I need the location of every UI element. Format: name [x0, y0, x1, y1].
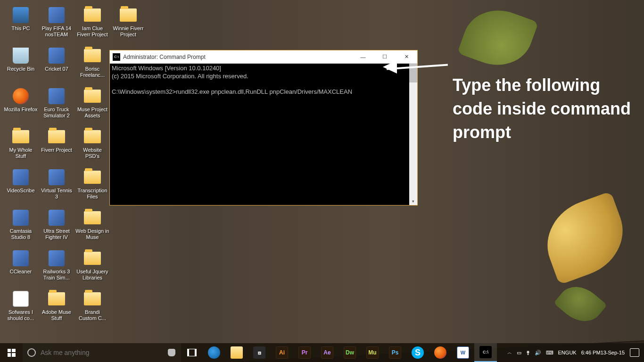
taskbar-illustrator-button[interactable]: Ai: [271, 343, 293, 362]
desktop-icon[interactable]: Borisc Freelanc...: [74, 43, 110, 84]
taskbar-dreamweaver-button[interactable]: Dw: [339, 343, 361, 362]
taskbar-store-button[interactable]: ⧈: [248, 343, 271, 362]
clock[interactable]: 6:46 PM13-Sep-15: [579, 343, 627, 362]
desktop-icon-label: My Whole Stuff: [4, 147, 38, 159]
premiere-icon: Pr: [298, 346, 311, 359]
exe-icon: [47, 87, 66, 106]
desktop-icon[interactable]: This PC: [3, 3, 39, 43]
desktop-icon[interactable]: My Whole Stuff: [3, 124, 39, 165]
folder-icon: [83, 168, 102, 187]
taskbar-photoshop-button[interactable]: Ps: [384, 343, 406, 362]
tray-overflow-button[interactable]: ︿: [505, 343, 514, 362]
taskbar-word-button[interactable]: W: [452, 343, 474, 362]
desktop-icon[interactable]: Fiverr Project: [39, 124, 74, 165]
desktop-icon[interactable]: Play FIFA 14 nosTEAM: [39, 3, 74, 43]
desktop-icon[interactable]: Winnie Fiverr Project: [110, 3, 146, 43]
volume-icon[interactable]: 🔊: [532, 343, 544, 362]
desktop-icon[interactable]: Adobe Muse Stuff: [39, 287, 74, 327]
task-view-button[interactable]: [181, 343, 203, 362]
desktop-icon[interactable]: Web Design in Muse: [74, 206, 110, 246]
taskbar-after-effects-button[interactable]: Ae: [316, 343, 339, 362]
cortana-search[interactable]: [23, 343, 181, 362]
desktop-icon[interactable]: CCleaner: [3, 246, 39, 287]
skype-icon: S: [412, 346, 424, 359]
desktop-icon-label: Railworks 3 Train Sim...: [40, 269, 74, 281]
illustrator-icon: Ai: [276, 346, 288, 359]
desktop-icon-label: Adobe Muse Stuff: [40, 309, 74, 321]
after-effects-icon: Ae: [321, 346, 333, 359]
desktop-icon[interactable]: VideoScribe: [3, 165, 39, 206]
command-prompt-window[interactable]: C:\ Administrator: Command Prompt — ☐ ✕ …: [109, 50, 418, 206]
desktop-icon[interactable]: Mozilla Firefox: [3, 84, 39, 124]
desktop-icon[interactable]: Useful Jquery Libraries: [74, 246, 110, 287]
desktop-icon[interactable]: Virtual Tennis 3: [39, 165, 74, 206]
console-command: rundll32.exe pnpclean.dll,RunDLL pnpClea…: [176, 88, 352, 95]
close-button[interactable]: ✕: [396, 50, 417, 63]
desktop-icon[interactable]: Camtasia Studio 8: [3, 206, 39, 246]
network-icon[interactable]: ⚵: [524, 343, 532, 362]
cmd-icon: C:\: [113, 53, 120, 61]
desktop-icon-label: CCleaner: [10, 269, 32, 275]
exe-icon: [11, 249, 30, 268]
exe-icon: [47, 249, 66, 268]
folder-icon: [11, 127, 30, 146]
command-prompt-icon: C:\: [479, 346, 492, 358]
windows-logo-icon: [8, 349, 16, 357]
desktop-icon[interactable]: Website PSD's: [74, 124, 110, 165]
scrollbar[interactable]: ▾: [409, 64, 417, 205]
language-indicator[interactable]: ENGUK: [556, 343, 579, 362]
exe-icon: [47, 168, 66, 187]
file-explorer-icon: [231, 346, 243, 359]
desktop-icon-label: Muse Project Assets: [75, 107, 109, 119]
desktop-icon[interactable]: Ultra Street Fighter IV: [39, 206, 74, 246]
desktop-icon-label: Sofwares I should co...: [4, 309, 38, 321]
photoshop-icon: Ps: [389, 346, 401, 359]
system-tray: ︿ ▭ ⚵ 🔊 ⌨ ENGUK 6:46 PM13-Sep-15: [505, 343, 644, 362]
desktop-icon[interactable]: Muse Project Assets: [74, 84, 110, 124]
desktop-icon[interactable]: Railworks 3 Train Sim...: [39, 246, 74, 287]
desktop-icon[interactable]: Sofwares I should co...: [3, 287, 39, 327]
folder-icon: [83, 46, 102, 65]
taskbar-skype-button[interactable]: S: [406, 343, 429, 362]
desktop-icon[interactable]: Transcription Files: [74, 165, 110, 206]
desktop-icon-label: Iam Clue Fiverr Project: [75, 25, 109, 38]
action-center-icon[interactable]: [630, 348, 639, 357]
desktop-icon[interactable]: Iam Clue Fiverr Project: [74, 3, 110, 43]
taskbar-firefox-button[interactable]: [429, 343, 452, 362]
start-button[interactable]: [0, 343, 23, 362]
folder-icon: [47, 127, 66, 146]
window-titlebar[interactable]: C:\ Administrator: Command Prompt — ☐ ✕: [110, 50, 417, 64]
search-input[interactable]: [41, 349, 165, 356]
minimize-button[interactable]: —: [352, 50, 374, 63]
desktop-icon-label: Borisc Freelanc...: [75, 66, 109, 78]
taskbar-command-prompt-button[interactable]: C:\: [474, 343, 497, 362]
battery-icon[interactable]: ▭: [514, 343, 524, 362]
taskbar-muse-button[interactable]: Mu: [361, 343, 384, 362]
desktop-icon-label: Fiverr Project: [41, 147, 72, 153]
desktop-icon-label: Winnie Fiverr Project: [111, 25, 145, 38]
thispc-icon: [11, 6, 30, 25]
desktop-icon[interactable]: Euro Truck Simulator 2: [39, 84, 74, 124]
task-view-icon: [187, 349, 197, 356]
microphone-icon[interactable]: [168, 349, 175, 356]
desktop-icon-label: Mozilla Firefox: [4, 107, 38, 113]
edge-icon: [208, 346, 220, 359]
keyboard-icon[interactable]: ⌨: [544, 343, 556, 362]
folder-icon: [83, 127, 102, 146]
desktop-icon-label: Play FIFA 14 nosTEAM: [40, 25, 74, 38]
desktop-icon-label: This PC: [11, 25, 30, 32]
desktop-icon[interactable]: Cricket 07: [39, 43, 74, 84]
desktop-icon[interactable]: Brandi Custom C...: [74, 287, 110, 327]
dreamweaver-icon: Dw: [344, 346, 356, 359]
folder-icon: [83, 208, 102, 227]
desktop-icon-label: Brandi Custom C...: [75, 309, 109, 321]
exe-icon: [11, 168, 30, 187]
scrollbar-down[interactable]: ▾: [409, 197, 417, 205]
taskbar-file-explorer-button[interactable]: [225, 343, 248, 362]
desktop-icon[interactable]: Recycle Bin: [3, 43, 39, 84]
taskbar-edge-button[interactable]: [203, 343, 225, 362]
exe-icon: [47, 6, 66, 25]
exe-icon: [11, 208, 30, 227]
taskbar-premiere-button[interactable]: Pr: [293, 343, 316, 362]
console-body[interactable]: Microsoft Windows [Version 10.0.10240] (…: [110, 64, 417, 205]
